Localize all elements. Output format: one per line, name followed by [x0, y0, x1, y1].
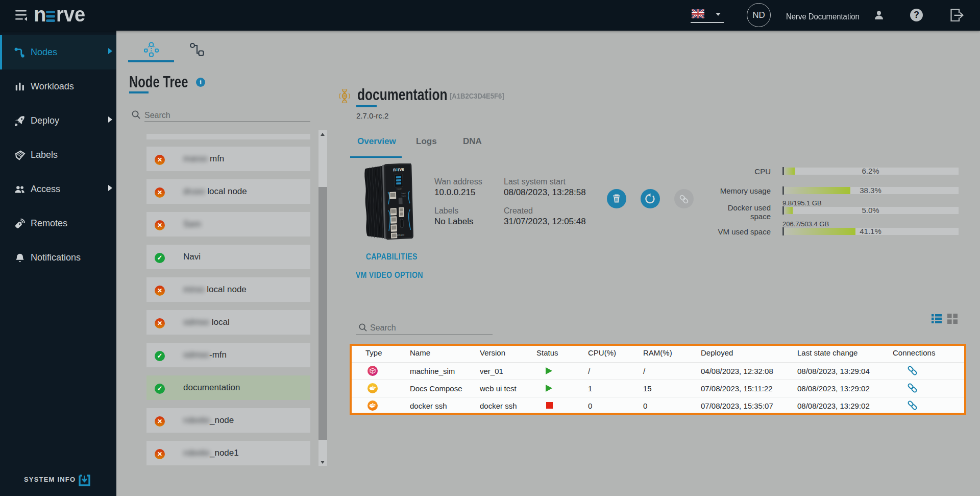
svg-text:Power 2: Power 2 [402, 195, 406, 197]
svg-text:n≡rve: n≡rve [393, 167, 404, 173]
svg-text:Console: Console [397, 187, 402, 190]
svg-text:MFN 100: MFN 100 [396, 233, 404, 237]
